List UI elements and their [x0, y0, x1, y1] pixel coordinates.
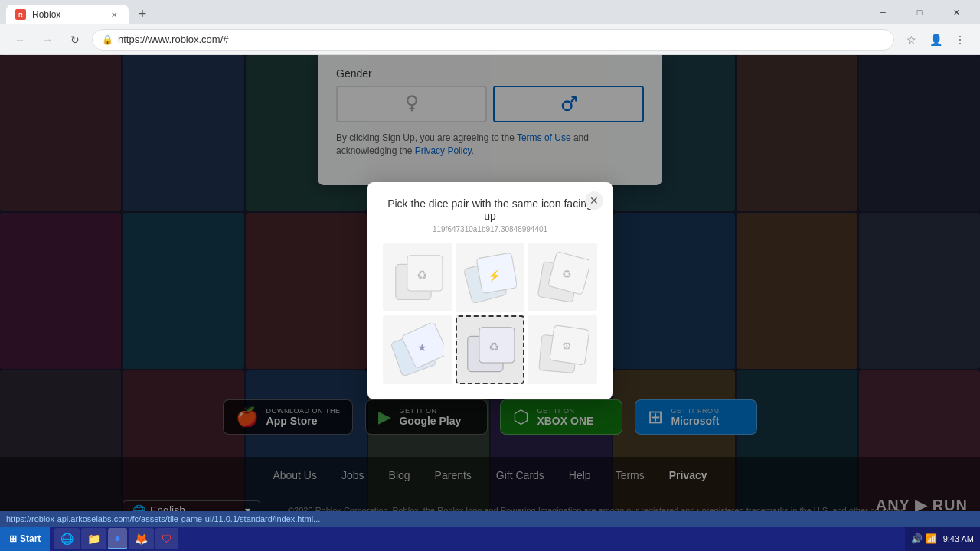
start-label: Start [20, 533, 41, 544]
window-controls: ─ □ ✕ [865, 0, 974, 24]
start-icon: ⊞ [9, 533, 17, 544]
dice-cell-4[interactable]: ♻ [456, 315, 525, 385]
taskbar: ⊞ Start 🌐 📁 ● 🦊 🛡 🔊 📶 9:43 AM [0, 527, 980, 551]
firefox-icon: 🦊 [135, 533, 148, 545]
captcha-title: Pick the dice pair with the same icon fa… [383, 197, 597, 222]
svg-text:♻: ♻ [489, 340, 500, 354]
svg-text:♻: ♻ [416, 267, 427, 281]
captcha-session-id: 119f647310a1b917.30848994401 [383, 225, 597, 233]
new-tab-button[interactable]: + [132, 3, 153, 24]
status-bar: https://roblox-api.arkoselabs.com/fc/ass… [0, 511, 980, 527]
svg-text:⚙: ⚙ [562, 340, 572, 352]
dice-grid: ♻ ⚡ ♻ [383, 243, 597, 384]
taskbar-right: 🔊 📶 9:43 AM [905, 527, 980, 551]
bookmark-icon[interactable]: ☆ [900, 29, 922, 51]
refresh-button[interactable]: ↻ [64, 29, 86, 51]
browser-window: R Roblox ✕ + ─ □ ✕ ← → ↻ 🔒 https://www.r… [0, 0, 980, 527]
active-tab[interactable]: R Roblox ✕ [6, 5, 129, 24]
menu-icon[interactable]: ⋮ [949, 29, 971, 51]
dice-cell-2[interactable]: ♻ [528, 243, 597, 312]
sys-icons: 🔊 📶 [911, 533, 937, 544]
dice-cell-3[interactable]: ★ [383, 315, 452, 385]
start-button[interactable]: ⊞ Start [0, 527, 50, 551]
taskbar-explorer[interactable]: 📁 [81, 528, 106, 549]
address-bar: ← → ↻ 🔒 https://www.roblox.com/# ☆ 👤 ⋮ [0, 24, 980, 55]
captcha-close-button[interactable]: ✕ [585, 191, 603, 210]
minimize-button[interactable]: ─ [865, 0, 900, 24]
taskbar-avast[interactable]: 🛡 [155, 528, 178, 549]
url-bar[interactable]: 🔒 https://www.roblox.com/# [92, 29, 894, 51]
svg-text:★: ★ [417, 341, 427, 354]
dice-cell-1[interactable]: ⚡ [456, 243, 525, 312]
back-button[interactable]: ← [9, 29, 31, 51]
title-bar: R Roblox ✕ + ─ □ ✕ [0, 0, 980, 24]
taskbar-items: 🌐 📁 ● 🦊 🛡 [51, 528, 903, 549]
maximize-button[interactable]: □ [902, 0, 937, 24]
dice-cell-5[interactable]: ⚙ [528, 315, 597, 385]
tab-favicon: R [15, 9, 26, 20]
address-bar-icons: ☆ 👤 ⋮ [900, 29, 971, 51]
captcha-modal: ✕ Pick the dice pair with the same icon … [368, 182, 612, 399]
captcha-modal-overlay: ✕ Pick the dice pair with the same icon … [0, 55, 980, 527]
close-button[interactable]: ✕ [939, 0, 974, 24]
svg-text:⚡: ⚡ [488, 269, 501, 282]
tab-area: R Roblox ✕ + [6, 0, 865, 24]
forward-button[interactable]: → [37, 29, 58, 51]
taskbar-firefox[interactable]: 🦊 [129, 528, 154, 549]
taskbar-chrome[interactable]: ● [108, 528, 126, 549]
volume-icon[interactable]: 🔊 [911, 533, 923, 544]
profile-icon[interactable]: 👤 [925, 29, 946, 51]
explorer-icon: 📁 [87, 533, 100, 545]
tab-close-button[interactable]: ✕ [109, 9, 119, 20]
avast-icon: 🛡 [162, 533, 172, 545]
network-icon[interactable]: 📶 [926, 533, 937, 544]
page-area: Gender [0, 55, 980, 527]
tab-title: Roblox [32, 9, 103, 20]
ie-icon: 🌐 [60, 533, 74, 545]
svg-text:♻: ♻ [562, 267, 572, 279]
url-text: https://www.roblox.com/# [118, 34, 884, 45]
taskbar-ie[interactable]: 🌐 [54, 528, 80, 549]
dice-cell-0[interactable]: ♻ [383, 243, 452, 312]
status-url: https://roblox-api.arkoselabs.com/fc/ass… [6, 514, 320, 523]
taskbar-time: 9:43 AM [943, 534, 974, 543]
secure-icon: 🔒 [102, 34, 113, 45]
chrome-icon: ● [114, 532, 120, 544]
